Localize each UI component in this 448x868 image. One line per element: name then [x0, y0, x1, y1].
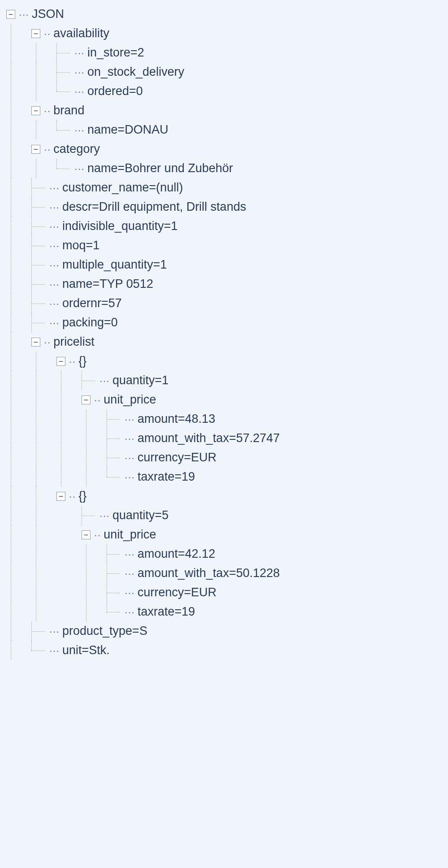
tree-node-unit-price[interactable]: − ·· unit_price [6, 390, 448, 409]
tree-leaf[interactable]: ··· name=Bohrer und Zubehör [6, 159, 448, 178]
tree-leaf[interactable]: ···amount_with_tax=50.1228 [6, 564, 448, 583]
collapse-icon[interactable]: − [31, 338, 40, 347]
tree-node-unit-price[interactable]: − ·· unit_price [6, 525, 448, 544]
tree-node-pricelist[interactable]: − ·· pricelist [6, 332, 448, 352]
node-label: brand [53, 104, 84, 117]
tree-leaf[interactable]: ···taxrate=19 [6, 602, 448, 621]
tree-node-object[interactable]: − ·· {} [6, 486, 448, 506]
tree-connector: ··· [19, 8, 29, 21]
node-label: ordernr=57 [62, 296, 122, 310]
tree-leaf[interactable]: ··· name=DONAU [6, 120, 448, 139]
node-label: unit_price [103, 393, 156, 407]
tree-leaf[interactable]: ···product_type=S [6, 621, 448, 641]
node-label: {} [78, 489, 86, 503]
node-label: quantity=5 [112, 508, 168, 522]
node-label: quantity=1 [112, 373, 168, 387]
collapse-icon[interactable]: − [56, 492, 65, 501]
node-label: unit_price [103, 528, 156, 542]
tree-leaf[interactable]: ···currency=EUR [6, 583, 448, 602]
tree-leaf[interactable]: ···amount=48.13 [6, 409, 448, 429]
tree-node-root[interactable]: − ··· JSON [6, 4, 448, 24]
tree-leaf[interactable]: ···multiple_quantity=1 [6, 255, 448, 274]
node-label: ordered=0 [87, 84, 143, 98]
node-label: taxrate=19 [138, 470, 195, 484]
collapse-icon[interactable]: − [82, 530, 90, 539]
tree-leaf[interactable]: ···customer_name=(null) [6, 178, 448, 197]
tree-leaf[interactable]: ··· quantity=5 [6, 506, 448, 525]
collapse-icon[interactable]: − [82, 395, 90, 404]
node-label: category [53, 142, 100, 156]
tree-node-object[interactable]: − ·· {} [6, 352, 448, 371]
tree-leaf[interactable]: ··· in_store=2 [6, 43, 448, 62]
node-label: availability [53, 26, 109, 40]
node-label: indivisible_quantity=1 [62, 219, 177, 233]
tree-leaf[interactable]: ··· on_stock_delivery [6, 62, 448, 82]
node-label: currency=EUR [138, 451, 216, 464]
node-label: in_store=2 [87, 46, 144, 60]
tree-leaf[interactable]: ···descr=Drill equipment, Drill stands [6, 197, 448, 217]
json-tree-view: − ··· JSON − ·· availability ··· in_stor… [0, 0, 448, 660]
node-label: amount_with_tax=50.1228 [138, 566, 280, 580]
node-label: product_type=S [62, 624, 147, 638]
tree-node-availability[interactable]: − ·· availability [6, 24, 448, 43]
node-label: multiple_quantity=1 [62, 258, 167, 272]
node-label: pricelist [53, 335, 95, 349]
node-label: amount_with_tax=57.2747 [138, 431, 280, 445]
tree-leaf[interactable]: ··· ordered=0 [6, 82, 448, 101]
node-label: taxrate=19 [138, 605, 195, 619]
collapse-icon[interactable]: − [31, 106, 40, 115]
tree-leaf[interactable]: ···name=TYP 0512 [6, 274, 448, 294]
node-label: unit=Stk. [62, 643, 110, 657]
node-label: {} [78, 354, 86, 368]
tree-leaf[interactable]: ···ordernr=57 [6, 294, 448, 313]
tree-leaf[interactable]: ···indivisible_quantity=1 [6, 217, 448, 236]
tree-node-category[interactable]: − ·· category [6, 139, 448, 159]
collapse-icon[interactable]: − [31, 145, 40, 154]
tree-leaf[interactable]: ···amount_with_tax=57.2747 [6, 429, 448, 448]
collapse-icon[interactable]: − [56, 357, 65, 366]
node-label: name=Bohrer und Zubehör [87, 161, 233, 175]
node-label: currency=EUR [138, 586, 216, 599]
tree-node-brand[interactable]: − ·· brand [6, 101, 448, 120]
node-label: name=DONAU [87, 123, 168, 137]
collapse-icon[interactable]: − [6, 10, 15, 19]
node-label: on_stock_delivery [87, 65, 184, 79]
node-label: packing=0 [62, 316, 118, 330]
node-label: moq=1 [62, 239, 99, 252]
node-label: name=TYP 0512 [62, 277, 153, 291]
tree-leaf[interactable]: ···taxrate=19 [6, 467, 448, 486]
node-label: amount=42.12 [138, 547, 215, 561]
tree-leaf[interactable]: ···unit=Stk. [6, 641, 448, 660]
collapse-icon[interactable]: − [31, 29, 40, 38]
node-label: JSON [32, 7, 64, 21]
tree-leaf[interactable]: ··· quantity=1 [6, 371, 448, 390]
node-label: amount=48.13 [138, 412, 215, 426]
tree-leaf[interactable]: ···currency=EUR [6, 448, 448, 467]
tree-leaf[interactable]: ···amount=42.12 [6, 544, 448, 564]
node-label: customer_name=(null) [62, 181, 183, 195]
node-label: descr=Drill equipment, Drill stands [62, 200, 246, 214]
tree-leaf[interactable]: ···packing=0 [6, 313, 448, 332]
tree-leaf[interactable]: ···moq=1 [6, 236, 448, 255]
